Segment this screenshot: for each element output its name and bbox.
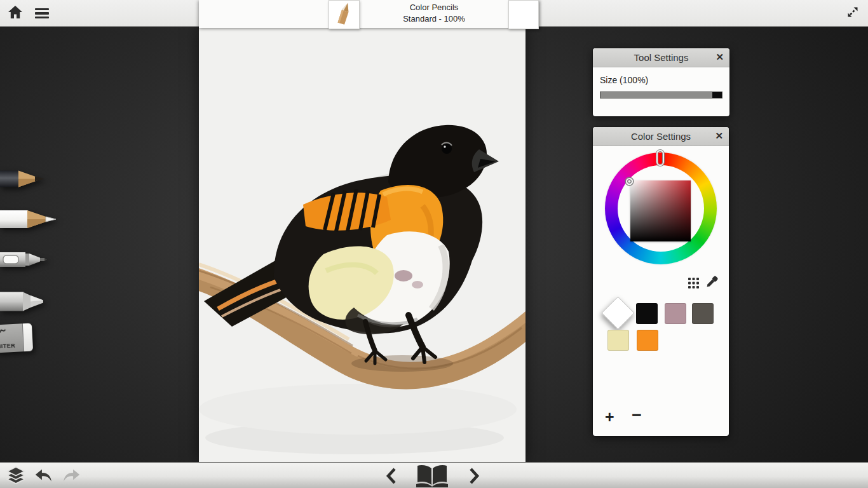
close-icon[interactable]: ✕	[715, 130, 723, 142]
eyedropper-icon	[705, 275, 719, 288]
swatch-dark-gray[interactable]	[692, 303, 714, 324]
tool-dark-pencil[interactable]	[0, 169, 44, 191]
swatch-orange[interactable]	[637, 330, 658, 351]
eraser-brand-text: HITER	[0, 342, 15, 350]
drawing-canvas[interactable]	[199, 28, 526, 462]
layers-icon	[6, 466, 25, 484]
hue-cursor[interactable]	[656, 150, 664, 166]
color-settings-panel: Color Settings ✕	[593, 127, 729, 436]
mechanical-pencil-icon	[0, 250, 47, 269]
home-icon	[7, 4, 24, 23]
menu-button[interactable]	[32, 4, 52, 23]
bird-artwork	[199, 28, 526, 462]
tool-eraser[interactable]: HITER	[0, 323, 33, 353]
swatch-black[interactable]	[636, 303, 658, 324]
pencil-icon	[334, 1, 355, 28]
eyedropper-button[interactable]	[705, 274, 719, 288]
sv-cursor[interactable]	[626, 178, 633, 185]
white-pencil-icon	[0, 208, 56, 230]
eraser-icon: HITER	[0, 323, 33, 353]
next-page-button[interactable]	[465, 466, 483, 486]
tool-header-strip: Color Pencils Standard - 100%	[199, 0, 539, 28]
tool-settings-header[interactable]: Tool Settings ✕	[593, 48, 729, 67]
dark-pencil-icon	[0, 169, 44, 189]
open-book-icon	[415, 463, 449, 488]
palette-grid-button[interactable]	[686, 276, 700, 290]
redo-icon	[63, 469, 80, 482]
tool-name: Color Pencils	[360, 2, 508, 13]
top-toolbar: Color Pencils Standard - 100%	[0, 0, 868, 27]
tool-settings-title: Tool Settings	[634, 52, 689, 63]
chisel-marker-icon	[0, 290, 44, 313]
tool-detail: Standard - 100%	[360, 13, 508, 25]
size-label: Size (100%)	[600, 75, 648, 85]
size-slider-handle[interactable]	[712, 92, 722, 98]
layers-button[interactable]	[5, 465, 27, 485]
hamburger-icon	[35, 6, 49, 21]
sketch-app: Color Pencils Standard - 100%	[0, 0, 868, 488]
swatch-white[interactable]	[601, 296, 634, 329]
tool-mechanical-pencil[interactable]	[0, 250, 47, 272]
fullscreen-button[interactable]	[843, 4, 863, 23]
sv-square[interactable]	[630, 180, 691, 241]
tool-settings-panel: Tool Settings ✕ Size (100%)	[593, 48, 729, 116]
chevron-left-icon	[386, 467, 397, 485]
add-swatch-button[interactable]: +	[605, 410, 614, 423]
close-icon[interactable]: ✕	[715, 51, 724, 63]
chevron-right-icon	[468, 467, 480, 485]
remove-swatch-button[interactable]: −	[632, 409, 642, 421]
active-tool-label: Color Pencils Standard - 100%	[360, 2, 508, 25]
undo-button[interactable]	[33, 466, 53, 484]
grid-icon	[688, 278, 699, 288]
expand-icon	[845, 4, 860, 22]
redo-button[interactable]	[61, 466, 81, 484]
brush-preview-tab[interactable]	[329, 0, 360, 29]
color-settings-title: Color Settings	[631, 131, 691, 142]
swatch-mauve[interactable]	[665, 303, 686, 324]
previous-page-button[interactable]	[383, 466, 400, 486]
undo-icon	[35, 469, 52, 482]
size-slider[interactable]	[600, 92, 722, 98]
tool-chisel-marker[interactable]	[0, 290, 44, 315]
tool-white-pencil[interactable]	[0, 208, 56, 233]
swatch-cream[interactable]	[607, 330, 629, 351]
color-preview-tab[interactable]	[508, 0, 539, 29]
bottom-toolbar	[0, 462, 868, 488]
gallery-button[interactable]	[413, 463, 451, 488]
color-settings-header[interactable]: Color Settings ✕	[593, 127, 729, 146]
home-button[interactable]	[5, 4, 25, 23]
